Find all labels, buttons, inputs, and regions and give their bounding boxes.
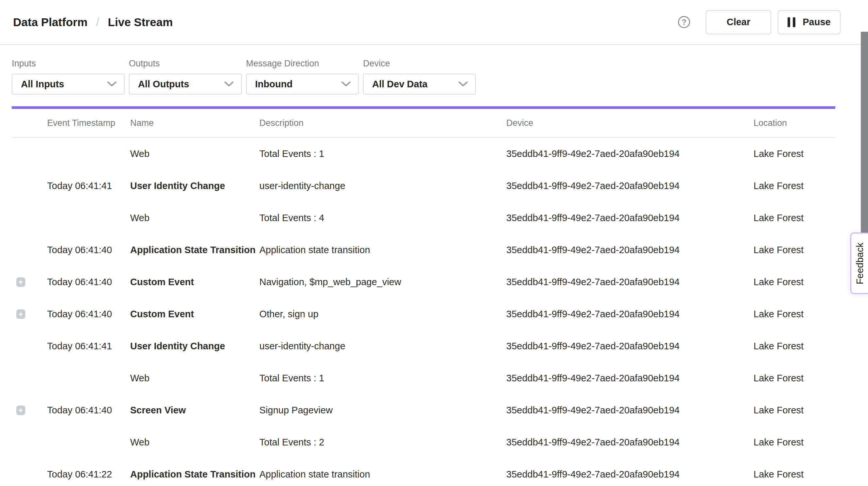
header-actions: ? Clear Pause xyxy=(678,10,840,34)
cell-device: 35eddb41-9ff9-49e2-7aed-20afa90eb194 xyxy=(505,469,752,480)
cell-description: user-identity-change xyxy=(258,341,505,352)
pause-button[interactable]: Pause xyxy=(778,10,840,34)
cell-description: user-identity-change xyxy=(258,181,505,191)
cell-name: Custom Event xyxy=(129,309,258,320)
chevron-down-icon xyxy=(458,81,468,87)
cell-location: Lake Forest xyxy=(752,245,835,255)
cell-location: Lake Forest xyxy=(752,213,835,223)
events-table: Event Timestamp Name Description Device … xyxy=(12,109,835,486)
table-row[interactable]: + Web Total Events : 1 35eddb41-9ff9-49e… xyxy=(12,362,835,394)
table-row[interactable]: + Today 06:41:41 User Identity Change us… xyxy=(12,170,835,202)
cell-device: 35eddb41-9ff9-49e2-7aed-20afa90eb194 xyxy=(505,341,752,352)
cell-name: Application State Transition xyxy=(129,245,258,255)
cell-event-timestamp: Today 06:41:40 xyxy=(46,405,129,416)
cell-location: Lake Forest xyxy=(752,373,835,384)
cell-location: Lake Forest xyxy=(752,277,835,287)
help-icon[interactable]: ? xyxy=(678,16,690,28)
cell-location: Lake Forest xyxy=(752,437,835,448)
filter-device-label: Device xyxy=(363,59,476,69)
cell-description: Total Events : 2 xyxy=(258,437,505,448)
cell-name: Application State Transition xyxy=(129,469,258,480)
column-header-description: Description xyxy=(258,118,505,128)
table-row[interactable]: + Today 06:41:41 User Identity Change us… xyxy=(12,330,835,362)
expand-cell: + xyxy=(12,373,46,383)
cell-device: 35eddb41-9ff9-49e2-7aed-20afa90eb194 xyxy=(505,181,752,191)
table-row[interactable]: + Web Total Events : 1 35eddb41-9ff9-49e… xyxy=(12,138,835,170)
device-dropdown[interactable]: All Dev Data xyxy=(363,73,476,94)
cell-location: Lake Forest xyxy=(752,309,835,320)
column-header-name: Name xyxy=(129,118,258,128)
breadcrumb: Data Platform / Live Stream xyxy=(13,16,173,29)
cell-name: Screen View xyxy=(129,405,258,416)
cell-event-timestamp: Today 06:41:41 xyxy=(46,181,129,191)
column-header-location: Location xyxy=(752,118,835,128)
outputs-dropdown-value: All Outputs xyxy=(138,79,224,90)
live-stream-page: Data Platform / Live Stream ? Clear Paus… xyxy=(0,0,868,486)
chevron-down-icon xyxy=(224,81,234,87)
filter-message-direction-label: Message Direction xyxy=(246,59,359,69)
filter-device: Device All Dev Data xyxy=(363,59,476,94)
cell-name: User Identity Change xyxy=(129,341,258,352)
cell-event-timestamp: Today 06:41:40 xyxy=(46,245,129,255)
table-row[interactable]: + Today 06:41:40 Custom Event Navigation… xyxy=(12,266,835,298)
table-row[interactable]: + Today 06:41:40 Custom Event Other, sig… xyxy=(12,298,835,330)
cell-event-timestamp: Today 06:41:40 xyxy=(46,277,129,287)
inputs-dropdown[interactable]: All Inputs xyxy=(12,73,125,94)
cell-name: Web xyxy=(129,373,258,384)
outputs-dropdown[interactable]: All Outputs xyxy=(129,73,242,94)
pause-icon xyxy=(787,17,796,27)
expand-cell: + xyxy=(12,245,46,255)
expand-plus-icon[interactable]: + xyxy=(17,405,25,415)
cell-event-timestamp: Today 06:41:40 xyxy=(46,309,129,320)
table-row[interactable]: + Web Total Events : 2 35eddb41-9ff9-49e… xyxy=(12,426,835,458)
page-header: Data Platform / Live Stream ? Clear Paus… xyxy=(0,0,868,45)
filter-inputs: Inputs All Inputs xyxy=(12,59,125,94)
table-row[interactable]: + Web Total Events : 4 35eddb41-9ff9-49e… xyxy=(12,202,835,234)
cell-description: Total Events : 4 xyxy=(258,213,505,223)
table-row[interactable]: + Today 06:41:40 Screen View Signup Page… xyxy=(12,394,835,426)
filter-bar: Inputs All Inputs Outputs All Outputs Me… xyxy=(0,45,868,94)
breadcrumb-section-data-platform[interactable]: Data Platform xyxy=(13,16,88,29)
cell-name: Web xyxy=(129,437,258,448)
message-direction-dropdown-value: Inbound xyxy=(255,79,341,90)
cell-device: 35eddb41-9ff9-49e2-7aed-20afa90eb194 xyxy=(505,373,752,384)
cell-name: User Identity Change xyxy=(129,181,258,191)
column-header-event-timestamp: Event Timestamp xyxy=(46,118,129,128)
cell-location: Lake Forest xyxy=(752,149,835,159)
table-header-row: Event Timestamp Name Description Device … xyxy=(12,109,835,138)
table-body: + Web Total Events : 1 35eddb41-9ff9-49e… xyxy=(12,138,835,486)
cell-device: 35eddb41-9ff9-49e2-7aed-20afa90eb194 xyxy=(505,309,752,320)
cell-description: Other, sign up xyxy=(258,309,505,320)
filter-outputs: Outputs All Outputs xyxy=(129,59,242,94)
breadcrumb-separator: / xyxy=(96,16,99,29)
cell-description: Total Events : 1 xyxy=(258,149,505,159)
cell-name: Custom Event xyxy=(129,277,258,287)
cell-device: 35eddb41-9ff9-49e2-7aed-20afa90eb194 xyxy=(505,245,752,255)
expand-cell: + xyxy=(12,277,46,287)
cell-description: Navigation, $mp_web_page_view xyxy=(258,277,505,287)
expand-cell: + xyxy=(12,149,46,159)
expand-cell: + xyxy=(12,469,46,479)
feedback-tab[interactable]: Feedback xyxy=(850,233,868,294)
cell-name: Web xyxy=(129,213,258,223)
cell-location: Lake Forest xyxy=(752,405,835,416)
cell-device: 35eddb41-9ff9-49e2-7aed-20afa90eb194 xyxy=(505,149,752,159)
table-row[interactable]: + Today 06:41:22 Application State Trans… xyxy=(12,458,835,486)
filter-message-direction: Message Direction Inbound xyxy=(246,59,359,94)
cell-description: Application state transition xyxy=(258,469,505,480)
column-header-device: Device xyxy=(505,118,752,128)
scrollbar-thumb[interactable] xyxy=(861,32,868,233)
device-dropdown-value: All Dev Data xyxy=(372,79,458,90)
cell-event-timestamp: Today 06:41:41 xyxy=(46,341,129,352)
expand-plus-icon[interactable]: + xyxy=(17,277,25,287)
clear-button[interactable]: Clear xyxy=(706,10,771,34)
expand-cell: + xyxy=(12,213,46,223)
expand-plus-icon[interactable]: + xyxy=(17,309,25,319)
expand-cell: + xyxy=(12,405,46,415)
table-row[interactable]: + Today 06:41:40 Application State Trans… xyxy=(12,234,835,266)
cell-description: Signup Pageview xyxy=(258,405,505,416)
message-direction-dropdown[interactable]: Inbound xyxy=(246,73,359,94)
feedback-tab-label: Feedback xyxy=(855,242,866,284)
breadcrumb-page-live-stream: Live Stream xyxy=(108,16,173,29)
cell-event-timestamp: Today 06:41:22 xyxy=(46,469,129,480)
